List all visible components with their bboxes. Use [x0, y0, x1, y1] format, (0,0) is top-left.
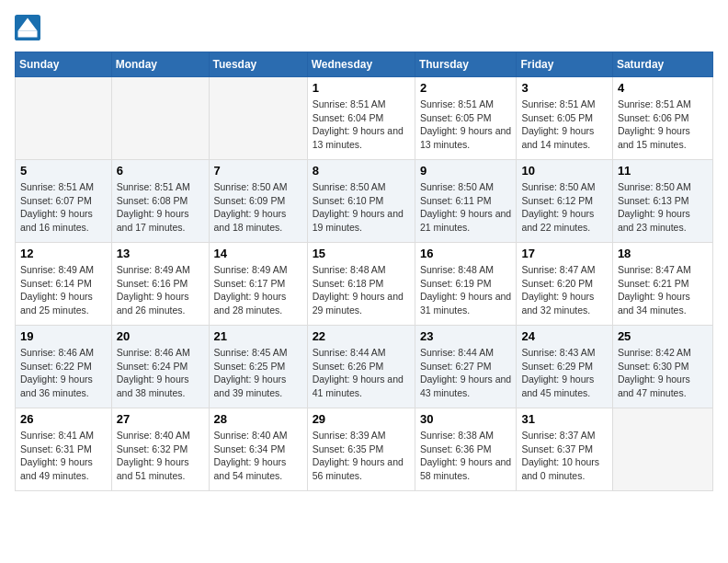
calendar-cell: 15Sunrise: 8:48 AM Sunset: 6:18 PM Dayli… [307, 243, 415, 326]
calendar-cell: 9Sunrise: 8:50 AM Sunset: 6:11 PM Daylig… [415, 160, 517, 243]
day-number: 7 [214, 164, 302, 178]
calendar-cell: 11Sunrise: 8:50 AM Sunset: 6:13 PM Dayli… [612, 160, 712, 243]
day-number: 15 [313, 247, 410, 260]
weekday-header-saturday: Saturday [612, 52, 712, 77]
day-number: 17 [521, 247, 607, 260]
weekday-header-monday: Monday [111, 52, 209, 77]
day-info: Sunrise: 8:39 AM Sunset: 6:35 PM Dayligh… [313, 429, 410, 483]
day-info: Sunrise: 8:51 AM Sunset: 6:08 PM Dayligh… [117, 180, 204, 235]
calendar-cell: 13Sunrise: 8:49 AM Sunset: 6:16 PM Dayli… [111, 243, 209, 326]
day-number: 26 [20, 412, 107, 426]
day-number: 8 [313, 164, 410, 178]
calendar-cell: 12Sunrise: 8:49 AM Sunset: 6:14 PM Dayli… [16, 243, 112, 326]
day-number: 6 [117, 164, 204, 178]
weekday-header-thursday: Thursday [415, 52, 517, 77]
day-info: Sunrise: 8:47 AM Sunset: 6:21 PM Dayligh… [618, 263, 708, 317]
day-number: 25 [618, 329, 708, 343]
calendar-cell: 29Sunrise: 8:39 AM Sunset: 6:35 PM Dayli… [307, 408, 415, 491]
day-info: Sunrise: 8:38 AM Sunset: 6:36 PM Dayligh… [420, 429, 512, 483]
calendar-cell: 4Sunrise: 8:51 AM Sunset: 6:06 PM Daylig… [612, 77, 712, 160]
day-number: 21 [214, 329, 302, 343]
day-info: Sunrise: 8:49 AM Sunset: 6:16 PM Dayligh… [117, 263, 204, 317]
calendar-cell: 8Sunrise: 8:50 AM Sunset: 6:10 PM Daylig… [307, 160, 415, 243]
day-number: 19 [20, 329, 107, 343]
calendar-cell: 1Sunrise: 8:51 AM Sunset: 6:04 PM Daylig… [307, 77, 415, 160]
calendar-cell: 5Sunrise: 8:51 AM Sunset: 6:07 PM Daylig… [16, 160, 112, 243]
calendar-cell: 25Sunrise: 8:42 AM Sunset: 6:30 PM Dayli… [612, 326, 712, 408]
day-number: 12 [20, 247, 107, 260]
week-row-5: 26Sunrise: 8:41 AM Sunset: 6:31 PM Dayli… [16, 408, 713, 491]
day-number: 16 [420, 247, 512, 260]
day-info: Sunrise: 8:47 AM Sunset: 6:20 PM Dayligh… [521, 263, 607, 317]
day-info: Sunrise: 8:50 AM Sunset: 6:12 PM Dayligh… [521, 180, 607, 235]
calendar-cell: 14Sunrise: 8:49 AM Sunset: 6:17 PM Dayli… [209, 243, 307, 326]
weekday-header-tuesday: Tuesday [209, 52, 307, 77]
calendar-cell: 6Sunrise: 8:51 AM Sunset: 6:08 PM Daylig… [111, 160, 209, 243]
day-info: Sunrise: 8:37 AM Sunset: 6:37 PM Dayligh… [521, 429, 607, 483]
calendar-cell [612, 408, 712, 491]
day-number: 11 [618, 164, 708, 178]
day-info: Sunrise: 8:48 AM Sunset: 6:18 PM Dayligh… [313, 263, 410, 317]
calendar-cell: 31Sunrise: 8:37 AM Sunset: 6:37 PM Dayli… [517, 408, 612, 491]
day-number: 27 [117, 412, 204, 426]
weekday-header-wednesday: Wednesday [307, 52, 415, 77]
day-number: 18 [618, 247, 708, 260]
day-number: 13 [117, 247, 204, 260]
day-info: Sunrise: 8:51 AM Sunset: 6:04 PM Dayligh… [313, 98, 410, 152]
day-number: 14 [214, 247, 302, 260]
day-number: 22 [313, 329, 410, 343]
logo-icon [15, 15, 40, 40]
calendar-cell: 16Sunrise: 8:48 AM Sunset: 6:19 PM Dayli… [415, 243, 517, 326]
calendar-cell: 28Sunrise: 8:40 AM Sunset: 6:34 PM Dayli… [209, 408, 307, 491]
day-info: Sunrise: 8:43 AM Sunset: 6:29 PM Dayligh… [521, 346, 607, 400]
calendar-cell: 24Sunrise: 8:43 AM Sunset: 6:29 PM Dayli… [517, 326, 612, 408]
day-number: 9 [420, 164, 512, 178]
calendar-cell: 30Sunrise: 8:38 AM Sunset: 6:36 PM Dayli… [415, 408, 517, 491]
calendar-table: SundayMondayTuesdayWednesdayThursdayFrid… [15, 52, 713, 491]
day-info: Sunrise: 8:44 AM Sunset: 6:27 PM Dayligh… [420, 346, 512, 400]
svg-rect-2 [18, 31, 38, 38]
day-info: Sunrise: 8:40 AM Sunset: 6:32 PM Dayligh… [117, 429, 204, 483]
day-info: Sunrise: 8:50 AM Sunset: 6:10 PM Dayligh… [313, 180, 410, 235]
day-number: 5 [20, 164, 107, 178]
page-header [15, 15, 713, 40]
calendar-cell: 27Sunrise: 8:40 AM Sunset: 6:32 PM Dayli… [111, 408, 209, 491]
day-number: 4 [618, 81, 708, 95]
day-number: 31 [521, 412, 607, 426]
day-info: Sunrise: 8:50 AM Sunset: 6:13 PM Dayligh… [618, 180, 708, 235]
day-info: Sunrise: 8:41 AM Sunset: 6:31 PM Dayligh… [20, 429, 107, 483]
weekday-header-sunday: Sunday [16, 52, 112, 77]
day-info: Sunrise: 8:50 AM Sunset: 6:09 PM Dayligh… [214, 180, 302, 235]
calendar-cell: 3Sunrise: 8:51 AM Sunset: 6:05 PM Daylig… [517, 77, 612, 160]
calendar-cell: 2Sunrise: 8:51 AM Sunset: 6:05 PM Daylig… [415, 77, 517, 160]
calendar-cell [16, 77, 112, 160]
calendar-cell [209, 77, 307, 160]
calendar-cell: 19Sunrise: 8:46 AM Sunset: 6:22 PM Dayli… [16, 326, 112, 408]
week-row-4: 19Sunrise: 8:46 AM Sunset: 6:22 PM Dayli… [16, 326, 713, 408]
day-info: Sunrise: 8:49 AM Sunset: 6:17 PM Dayligh… [214, 263, 302, 317]
day-info: Sunrise: 8:51 AM Sunset: 6:05 PM Dayligh… [420, 98, 512, 152]
week-row-2: 5Sunrise: 8:51 AM Sunset: 6:07 PM Daylig… [16, 160, 713, 243]
calendar-cell: 26Sunrise: 8:41 AM Sunset: 6:31 PM Dayli… [16, 408, 112, 491]
day-number: 24 [521, 329, 607, 343]
calendar-cell: 18Sunrise: 8:47 AM Sunset: 6:21 PM Dayli… [612, 243, 712, 326]
weekday-header-friday: Friday [517, 52, 612, 77]
day-number: 3 [521, 81, 607, 95]
day-number: 23 [420, 329, 512, 343]
day-number: 2 [420, 81, 512, 95]
day-info: Sunrise: 8:49 AM Sunset: 6:14 PM Dayligh… [20, 263, 107, 317]
day-info: Sunrise: 8:40 AM Sunset: 6:34 PM Dayligh… [214, 429, 302, 483]
calendar-cell: 17Sunrise: 8:47 AM Sunset: 6:20 PM Dayli… [517, 243, 612, 326]
calendar-header: SundayMondayTuesdayWednesdayThursdayFrid… [16, 52, 713, 77]
day-info: Sunrise: 8:51 AM Sunset: 6:05 PM Dayligh… [521, 98, 607, 152]
calendar-cell: 7Sunrise: 8:50 AM Sunset: 6:09 PM Daylig… [209, 160, 307, 243]
logo [15, 15, 44, 40]
week-row-1: 1Sunrise: 8:51 AM Sunset: 6:04 PM Daylig… [16, 77, 713, 160]
day-number: 10 [521, 164, 607, 178]
calendar-body: 1Sunrise: 8:51 AM Sunset: 6:04 PM Daylig… [16, 77, 713, 491]
day-number: 30 [420, 412, 512, 426]
day-info: Sunrise: 8:46 AM Sunset: 6:24 PM Dayligh… [117, 346, 204, 400]
day-number: 20 [117, 329, 204, 343]
calendar-cell: 10Sunrise: 8:50 AM Sunset: 6:12 PM Dayli… [517, 160, 612, 243]
week-row-3: 12Sunrise: 8:49 AM Sunset: 6:14 PM Dayli… [16, 243, 713, 326]
